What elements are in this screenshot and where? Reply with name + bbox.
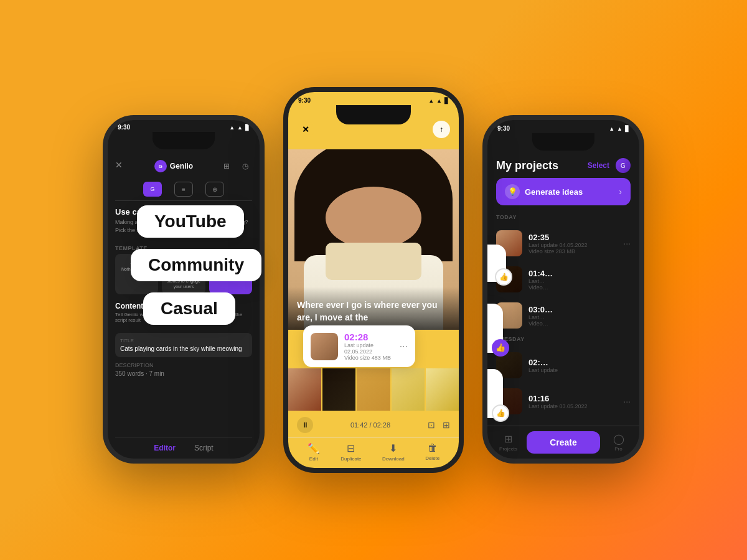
project-item-1[interactable]: 02:35 Last update 04.05.2022 Video size … (487, 225, 639, 261)
download-action[interactable]: ⬇ Download (382, 442, 405, 462)
face (326, 187, 421, 249)
crop-icon[interactable]: ⊡ (428, 420, 435, 430)
select-button[interactable]: Select (588, 161, 609, 170)
right-header-actions: Select G (588, 158, 631, 173)
tab-script[interactable]: Script (194, 444, 214, 452)
time-center: 9:30 (298, 97, 311, 104)
create-button[interactable]: Create (527, 431, 600, 454)
project-info-1: 02:35 Last update 04.05.2022 Video size … (529, 233, 617, 254)
grid-icon[interactable]: ⊞ (220, 159, 233, 173)
tab-icon-settings[interactable]: ⊕ (205, 182, 224, 197)
time-right: 9:30 (497, 125, 510, 132)
center-share-button[interactable]: ↑ (433, 121, 450, 138)
bottom-tab-projects[interactable]: ⊞ Projects (496, 433, 520, 452)
status-icons-center: ▲▲▊ (428, 98, 449, 104)
generate-arrow: › (619, 187, 622, 197)
video-time: 02:28 (344, 332, 393, 342)
project-item-3[interactable]: 03:0… Last… Video… (487, 297, 639, 334)
phone-center: 9:30 ▲▲▊ ✕ ↑ (283, 87, 464, 473)
status-bar-right: 9:30 ▲▲▊ (487, 120, 639, 133)
playback-icons: ⊡ ⊞ (428, 420, 450, 430)
thumb-3[interactable] (357, 368, 390, 411)
video-thumbnail (311, 333, 338, 360)
status-bar-left: 9:30 ▲▲▊ (108, 120, 260, 132)
center-header: ✕ ↑ (288, 117, 459, 142)
like-button-3[interactable]: 👍 (492, 404, 509, 422)
project-meta-3: Last… (529, 314, 631, 320)
chat-bubble-3: A group of scholarly cats having a philo… (482, 369, 503, 418)
project-info-2: 01:4… Last… Video… (529, 269, 631, 291)
video-overlay-text: Where ever I go is where ever you are, I… (288, 287, 459, 330)
like-button-2[interactable]: 👍 (492, 339, 509, 357)
top-stripe (326, 243, 421, 280)
project-time-1: 02:35 (529, 233, 617, 242)
right-header: My projects Select G (487, 154, 639, 178)
video-size: Video size 483 MB (344, 355, 393, 361)
project-more-5[interactable]: ··· (623, 396, 631, 406)
thumb-2[interactable] (322, 368, 355, 411)
project-more-1[interactable]: ··· (623, 238, 631, 248)
project-time-2: 01:4… (529, 269, 631, 278)
close-button[interactable]: ✕ (115, 160, 128, 172)
description-label: DESCRIPTION (115, 362, 252, 368)
delete-action[interactable]: 🗑 Delete (425, 442, 439, 462)
bottom-tab-pro[interactable]: ◯ Pro (606, 433, 631, 452)
fullscreen-icon[interactable]: ⊞ (443, 420, 450, 430)
app-icon: G (154, 160, 167, 172)
chat-bubble-2: A cat sitting on a shooting star, flying… (482, 304, 503, 353)
title-input[interactable]: TITLE Cats playing cards in the sky whil… (115, 333, 252, 357)
project-info-5: 01:16 Last update 03.05.2022 (529, 394, 617, 409)
left-header: ✕ G Geniio ⊞ ◷ (115, 154, 252, 178)
project-meta-1: Last update 04.05.2022 (529, 242, 617, 248)
thumb-4[interactable] (392, 368, 425, 411)
history-icon[interactable]: ◷ (238, 159, 252, 173)
generate-icon: 💡 (505, 184, 520, 199)
chat-bubble-2-wrapper: A cat sitting on a shooting star, flying… (482, 304, 503, 353)
center-bottom-actions: ✏️ Edit ⊟ Duplicate ⬇ Download 🗑 Delete (288, 437, 459, 468)
project-time-5: 01:16 (529, 394, 617, 403)
chat-bubble-1-wrapper: Meowing cats playing a blackjack game in… (482, 245, 506, 282)
project-item-4[interactable]: 02:… Last update (487, 347, 639, 383)
chat-bubble-3-wrapper: A group of scholarly cats having a philo… (482, 369, 503, 418)
project-meta-4: Last update (529, 367, 631, 373)
header-actions: ⊞ ◷ (220, 159, 252, 173)
phone-right: Meowing cats playing a blackjack game in… (482, 115, 644, 464)
generate-text: Generate ideas (525, 187, 583, 197)
delete-icon: 🗑 (428, 442, 438, 454)
projects-label: Projects (499, 446, 517, 452)
project-meta-5: Last update 03.05.2022 (529, 403, 617, 409)
download-icon: ⬇ (389, 442, 397, 454)
projects-icon: ⊞ (504, 433, 512, 445)
phone-left: 9:30 ▲▲▊ ✕ G Geniio ⊞ ◷ (103, 115, 265, 464)
bottom-tabs-left: Editor Script (115, 437, 252, 459)
project-item-5[interactable]: 01:16 Last update 03.05.2022 ··· (487, 383, 639, 419)
project-time-3: 03:0… (529, 305, 631, 314)
playback-bar: ⏸ 01:42 / 02:28 ⊡ ⊞ (288, 411, 459, 437)
status-icons-right: ▲▲▊ (609, 126, 629, 132)
tab-icon-active[interactable]: G (143, 182, 162, 197)
right-bottom-bar: ⊞ Projects Create ◯ Pro (487, 426, 639, 459)
project-size-2: Video… (529, 284, 631, 291)
edit-icon: ✏️ (308, 442, 320, 454)
tab-editor[interactable]: Editor (154, 444, 176, 452)
notch-left (153, 132, 215, 149)
video-more-button[interactable]: ··· (400, 341, 408, 352)
thumb-1[interactable] (288, 368, 321, 411)
chat-text-3: A group of scholarly cats having a philo… (482, 376, 494, 411)
duplicate-action[interactable]: ⊟ Duplicate (341, 442, 361, 462)
center-close-button[interactable]: ✕ (297, 121, 314, 138)
duplicate-icon: ⊟ (347, 442, 355, 454)
thumb-5[interactable] (426, 368, 459, 411)
project-info-3: 03:0… Last… Video… (529, 305, 631, 327)
video-info-card: 02:28 Last update 02.05.2022 Video size … (303, 325, 415, 367)
play-button[interactable]: ⏸ (297, 417, 313, 433)
pro-label: Pro (614, 446, 622, 452)
generate-ideas-button[interactable]: 💡 Generate ideas › (496, 178, 631, 205)
thumbnails-strip (288, 368, 459, 411)
tab-icon-list[interactable]: ≡ (174, 182, 193, 197)
app-title: G Geniio (154, 160, 193, 172)
title-label: TITLE (120, 338, 247, 343)
edit-action[interactable]: ✏️ Edit (308, 442, 320, 462)
title-value: Cats playing cards in the sky while meow… (120, 345, 247, 352)
chat-bubble-1: Meowing cats playing a blackjack game in… (482, 245, 506, 282)
